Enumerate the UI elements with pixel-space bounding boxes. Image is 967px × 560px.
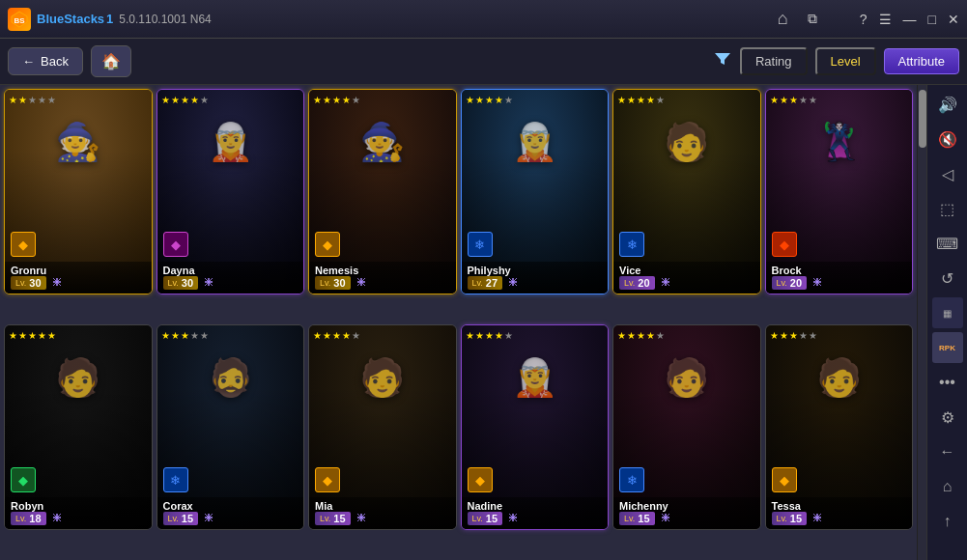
star-icon: ★ bbox=[646, 330, 655, 341]
star-rating: ★★★★★ bbox=[9, 330, 56, 341]
tab-rating[interactable]: Rating bbox=[740, 47, 808, 75]
character-card[interactable]: 🧑 ★★★★★ ❄ Vice Lv. 20 bbox=[612, 89, 761, 294]
tab-level[interactable]: Level bbox=[815, 47, 876, 75]
star-icon: ★ bbox=[28, 95, 37, 105]
character-card[interactable]: 🧔 ★★★★★ ❄ Corax Lv. 15 bbox=[156, 324, 305, 530]
cross-icon bbox=[660, 276, 671, 290]
star-icon: ★ bbox=[313, 95, 322, 105]
character-figure: 🧑 bbox=[55, 356, 100, 399]
sidebar-icon-back[interactable]: ◁ bbox=[932, 158, 963, 189]
sidebar-icon-display[interactable]: ⬚ bbox=[932, 193, 963, 224]
level-label: Lv. bbox=[777, 514, 787, 523]
sidebar-icon-arrow-left[interactable]: ← bbox=[932, 436, 963, 467]
home-icon[interactable]: ⌂ bbox=[778, 9, 788, 29]
star-icon: ★ bbox=[161, 95, 170, 105]
filter-funnel-icon[interactable] bbox=[713, 49, 732, 73]
app-name: BlueStacks bbox=[37, 12, 104, 26]
character-figure: 🧙 bbox=[359, 121, 405, 163]
multi-instance-icon[interactable]: ⧉ bbox=[808, 11, 817, 27]
cross-icon bbox=[811, 512, 823, 525]
character-card[interactable]: 🧑 ★★★★★ ◆ Tessa Lv. 15 bbox=[765, 324, 914, 530]
character-card[interactable]: 🧑 ★★★★★ ❄ Michenny Lv. 15 bbox=[612, 324, 761, 530]
level-badge: Lv. 30 bbox=[11, 276, 46, 290]
star-icon: ★ bbox=[47, 95, 56, 105]
level-badge: Lv. 20 bbox=[619, 276, 655, 290]
level-badge: Lv. 30 bbox=[315, 276, 351, 290]
cross-icon bbox=[51, 512, 63, 525]
menu-icon[interactable]: ☰ bbox=[879, 12, 892, 27]
star-icon: ★ bbox=[770, 330, 779, 341]
scrollbar[interactable] bbox=[917, 85, 926, 560]
sidebar-icon-more[interactable]: ••• bbox=[932, 367, 963, 398]
character-card[interactable]: 🧑 ★★★★★ ◆ Mia Lv. 15 bbox=[308, 324, 457, 530]
sidebar-icon-macro[interactable]: ▦ bbox=[932, 297, 963, 328]
level-label: Lv. bbox=[168, 278, 179, 288]
cross-icon bbox=[660, 512, 671, 525]
level-label: Lv. bbox=[320, 514, 330, 523]
sidebar-icon-rotate[interactable]: ↺ bbox=[932, 263, 963, 294]
attribute-icon: ❄ bbox=[619, 467, 644, 492]
sidebar-icon-home[interactable]: ⌂ bbox=[932, 471, 963, 502]
close-icon[interactable]: ✕ bbox=[948, 12, 959, 27]
sidebar-icon-up[interactable]: ↑ bbox=[932, 506, 963, 537]
character-name: Gronru bbox=[11, 265, 146, 276]
back-arrow-icon: ← bbox=[22, 54, 35, 69]
sidebar-icon-keyboard[interactable]: ⌨ bbox=[932, 228, 963, 259]
sidebar-icon-mute[interactable]: 🔇 bbox=[932, 124, 963, 154]
character-card[interactable]: 🧙 ★★★★★ ◆ Nemesis Lv. 30 bbox=[308, 89, 457, 294]
star-icon: ★ bbox=[181, 95, 189, 105]
attribute-icon: ❄ bbox=[619, 232, 644, 257]
level-badge: Lv. 27 bbox=[468, 276, 503, 290]
minimize-icon[interactable]: — bbox=[903, 12, 917, 27]
character-card[interactable]: 🦹 ★★★★★ ◆ Brock Lv. 20 bbox=[765, 89, 914, 294]
level-label: Lv. bbox=[15, 514, 26, 523]
character-card[interactable]: 🧝 ★★★★★ ◆ Nadine Lv. 15 bbox=[461, 324, 610, 530]
star-icon: ★ bbox=[799, 95, 808, 105]
sidebar-icon-speakers[interactable]: 🔊 bbox=[932, 89, 963, 120]
character-card[interactable]: 🧝 ★★★★★ ◆ Dayna Lv. 30 bbox=[156, 89, 305, 294]
card-info: Vice Lv. 20 bbox=[613, 262, 760, 294]
star-icon: ★ bbox=[313, 330, 322, 341]
card-info: Corax Lv. 15 bbox=[157, 497, 304, 529]
level-label: Lv. bbox=[624, 514, 635, 523]
star-rating: ★★★★★ bbox=[770, 330, 817, 341]
level-label: Lv. bbox=[15, 278, 26, 288]
character-figure: 🦹 bbox=[816, 121, 862, 163]
star-icon: ★ bbox=[28, 330, 37, 341]
cross-icon bbox=[203, 276, 214, 290]
level-value: 20 bbox=[638, 277, 649, 289]
character-name: Michenny bbox=[619, 500, 754, 512]
character-name: Nemesis bbox=[315, 265, 450, 276]
tab-attribute[interactable]: Attribute bbox=[884, 48, 959, 74]
level-label: Lv. bbox=[472, 514, 483, 523]
level-label: Lv. bbox=[624, 278, 635, 288]
character-level: Lv. 27 bbox=[468, 276, 603, 290]
star-icon: ★ bbox=[190, 95, 199, 105]
character-card[interactable]: 🧙 ★★★★★ ◆ Gronru Lv. 30 bbox=[4, 89, 153, 294]
star-rating: ★★★★★ bbox=[466, 95, 513, 105]
home-button[interactable]: 🏠 bbox=[91, 45, 131, 77]
help-icon[interactable]: ? bbox=[860, 12, 867, 27]
sidebar-icon-rpk[interactable]: RPK bbox=[932, 332, 963, 363]
level-badge: Lv. 15 bbox=[619, 512, 655, 525]
main-content: 🧙 ★★★★★ ◆ Gronru Lv. 30 🧝 ★★★★★ bbox=[0, 85, 967, 560]
maximize-icon[interactable]: □ bbox=[928, 12, 936, 27]
back-button[interactable]: ← Back bbox=[8, 47, 83, 75]
star-icon: ★ bbox=[200, 330, 209, 341]
level-value: 15 bbox=[638, 513, 649, 524]
star-icon: ★ bbox=[18, 95, 27, 105]
attribute-icon: ◆ bbox=[772, 232, 797, 257]
character-card[interactable]: 🧑 ★★★★★ ◆ Robyn Lv. 18 bbox=[4, 324, 153, 530]
star-icon: ★ bbox=[342, 330, 351, 341]
star-icon: ★ bbox=[495, 330, 503, 341]
star-icon: ★ bbox=[637, 95, 645, 105]
star-icon: ★ bbox=[323, 95, 331, 105]
character-level: Lv. 15 bbox=[772, 512, 907, 525]
star-icon: ★ bbox=[809, 95, 817, 105]
star-icon: ★ bbox=[38, 330, 46, 341]
scroll-thumb[interactable] bbox=[919, 90, 926, 148]
character-level: Lv. 15 bbox=[468, 512, 603, 525]
character-card[interactable]: 🧝 ★★★★★ ❄ Philyshy Lv. 27 bbox=[461, 89, 610, 294]
level-badge: Lv. 15 bbox=[163, 512, 199, 525]
sidebar-icon-settings[interactable]: ⚙ bbox=[932, 402, 963, 433]
